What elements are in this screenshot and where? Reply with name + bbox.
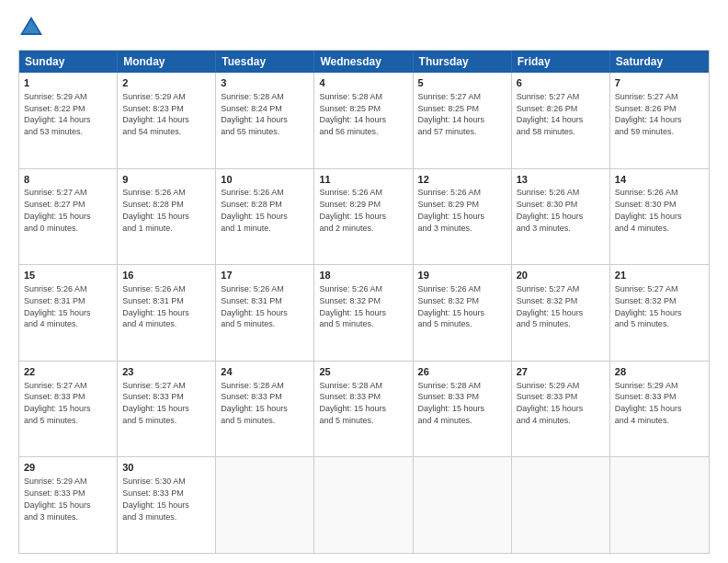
day-info: Sunrise: 5:27 AM Sunset: 8:32 PM Dayligh…: [615, 284, 682, 328]
day-number: 11: [319, 173, 407, 187]
day-info: Sunrise: 5:26 AM Sunset: 8:29 PM Dayligh…: [319, 188, 386, 232]
header: [18, 15, 710, 40]
calendar-week-2: 8Sunrise: 5:27 AM Sunset: 8:27 PM Daylig…: [19, 168, 709, 265]
day-info: Sunrise: 5:26 AM Sunset: 8:31 PM Dayligh…: [24, 284, 91, 328]
day-info: Sunrise: 5:30 AM Sunset: 8:33 PM Dayligh…: [122, 477, 189, 521]
day-number: 5: [418, 76, 506, 90]
calendar-cell: 4Sunrise: 5:28 AM Sunset: 8:25 PM Daylig…: [314, 73, 413, 168]
calendar-cell: 25Sunrise: 5:28 AM Sunset: 8:33 PM Dayli…: [314, 362, 413, 457]
calendar-cell: 23Sunrise: 5:27 AM Sunset: 8:33 PM Dayli…: [118, 362, 216, 457]
header-day-wednesday: Wednesday: [314, 51, 413, 73]
day-info: Sunrise: 5:27 AM Sunset: 8:26 PM Dayligh…: [517, 92, 584, 136]
calendar-cell: 17Sunrise: 5:26 AM Sunset: 8:31 PM Dayli…: [216, 265, 314, 361]
calendar-cell: 29Sunrise: 5:29 AM Sunset: 8:33 PM Dayli…: [19, 457, 118, 553]
day-number: 6: [517, 76, 605, 90]
calendar-cell: [216, 457, 314, 553]
calendar-cell: 21Sunrise: 5:27 AM Sunset: 8:32 PM Dayli…: [610, 265, 709, 361]
day-info: Sunrise: 5:27 AM Sunset: 8:27 PM Dayligh…: [24, 188, 91, 232]
calendar-cell: 30Sunrise: 5:30 AM Sunset: 8:33 PM Dayli…: [118, 457, 216, 553]
day-number: 18: [319, 269, 407, 282]
calendar-cell: 7Sunrise: 5:27 AM Sunset: 8:26 PM Daylig…: [610, 73, 709, 168]
calendar-cell: 9Sunrise: 5:26 AM Sunset: 8:28 PM Daylig…: [118, 169, 216, 265]
calendar-cell: 28Sunrise: 5:29 AM Sunset: 8:33 PM Dayli…: [610, 362, 709, 457]
day-number: 8: [24, 173, 112, 187]
page: SundayMondayTuesdayWednesdayThursdayFrid…: [0, 0, 728, 563]
logo: [18, 15, 48, 40]
day-info: Sunrise: 5:28 AM Sunset: 8:33 PM Dayligh…: [418, 381, 485, 425]
day-info: Sunrise: 5:26 AM Sunset: 8:28 PM Dayligh…: [122, 188, 189, 232]
day-number: 22: [24, 365, 112, 379]
day-info: Sunrise: 5:28 AM Sunset: 8:25 PM Dayligh…: [319, 92, 386, 136]
day-number: 17: [221, 269, 309, 282]
calendar-cell: 14Sunrise: 5:26 AM Sunset: 8:30 PM Dayli…: [610, 169, 709, 265]
day-info: Sunrise: 5:26 AM Sunset: 8:31 PM Dayligh…: [221, 284, 288, 328]
day-info: Sunrise: 5:27 AM Sunset: 8:32 PM Dayligh…: [517, 284, 584, 328]
calendar-cell: [414, 457, 512, 553]
day-number: 15: [24, 269, 112, 282]
calendar-cell: 18Sunrise: 5:26 AM Sunset: 8:32 PM Dayli…: [314, 265, 413, 361]
day-number: 24: [221, 365, 309, 379]
day-number: 13: [517, 173, 605, 187]
calendar-week-5: 29Sunrise: 5:29 AM Sunset: 8:33 PM Dayli…: [19, 456, 709, 553]
day-number: 28: [615, 365, 704, 379]
day-info: Sunrise: 5:28 AM Sunset: 8:33 PM Dayligh…: [221, 381, 288, 425]
day-number: 26: [418, 365, 506, 379]
header-day-friday: Friday: [512, 51, 610, 73]
calendar-week-4: 22Sunrise: 5:27 AM Sunset: 8:33 PM Dayli…: [19, 361, 709, 457]
day-number: 12: [418, 173, 506, 187]
day-info: Sunrise: 5:29 AM Sunset: 8:33 PM Dayligh…: [615, 381, 682, 425]
header-day-sunday: Sunday: [19, 51, 118, 73]
calendar-cell: 1Sunrise: 5:29 AM Sunset: 8:22 PM Daylig…: [19, 73, 118, 168]
day-info: Sunrise: 5:27 AM Sunset: 8:26 PM Dayligh…: [615, 92, 682, 136]
calendar-cell: 11Sunrise: 5:26 AM Sunset: 8:29 PM Dayli…: [314, 169, 413, 265]
day-info: Sunrise: 5:28 AM Sunset: 8:33 PM Dayligh…: [319, 381, 386, 425]
day-number: 19: [418, 269, 506, 282]
day-number: 9: [122, 173, 210, 187]
day-info: Sunrise: 5:26 AM Sunset: 8:30 PM Dayligh…: [517, 188, 584, 232]
calendar-header: SundayMondayTuesdayWednesdayThursdayFrid…: [19, 51, 709, 73]
day-number: 3: [221, 76, 309, 90]
day-number: 27: [517, 365, 605, 379]
day-info: Sunrise: 5:26 AM Sunset: 8:32 PM Dayligh…: [319, 284, 386, 328]
calendar-cell: 13Sunrise: 5:26 AM Sunset: 8:30 PM Dayli…: [512, 169, 610, 265]
calendar-cell: 10Sunrise: 5:26 AM Sunset: 8:28 PM Dayli…: [216, 169, 314, 265]
day-number: 20: [517, 269, 605, 282]
day-number: 14: [615, 173, 704, 187]
day-number: 7: [615, 76, 704, 90]
calendar-cell: [512, 457, 610, 553]
calendar-week-1: 1Sunrise: 5:29 AM Sunset: 8:22 PM Daylig…: [19, 73, 709, 168]
day-info: Sunrise: 5:29 AM Sunset: 8:22 PM Dayligh…: [24, 92, 91, 136]
day-info: Sunrise: 5:27 AM Sunset: 8:25 PM Dayligh…: [418, 92, 485, 136]
calendar-body: 1Sunrise: 5:29 AM Sunset: 8:22 PM Daylig…: [19, 73, 709, 553]
header-day-tuesday: Tuesday: [216, 51, 314, 73]
day-info: Sunrise: 5:26 AM Sunset: 8:32 PM Dayligh…: [418, 284, 485, 328]
calendar-cell: 26Sunrise: 5:28 AM Sunset: 8:33 PM Dayli…: [414, 362, 512, 457]
day-info: Sunrise: 5:26 AM Sunset: 8:28 PM Dayligh…: [221, 188, 288, 232]
day-info: Sunrise: 5:29 AM Sunset: 8:33 PM Dayligh…: [24, 477, 91, 521]
calendar-cell: 22Sunrise: 5:27 AM Sunset: 8:33 PM Dayli…: [19, 362, 118, 457]
day-number: 30: [122, 461, 210, 475]
day-info: Sunrise: 5:27 AM Sunset: 8:33 PM Dayligh…: [122, 381, 189, 425]
calendar-cell: 19Sunrise: 5:26 AM Sunset: 8:32 PM Dayli…: [414, 265, 512, 361]
calendar-cell: 3Sunrise: 5:28 AM Sunset: 8:24 PM Daylig…: [216, 73, 314, 168]
calendar-cell: 16Sunrise: 5:26 AM Sunset: 8:31 PM Dayli…: [118, 265, 216, 361]
calendar-week-3: 15Sunrise: 5:26 AM Sunset: 8:31 PM Dayli…: [19, 264, 709, 361]
day-number: 29: [24, 461, 112, 475]
header-day-saturday: Saturday: [610, 51, 709, 73]
day-info: Sunrise: 5:26 AM Sunset: 8:29 PM Dayligh…: [418, 188, 485, 232]
calendar-cell: 2Sunrise: 5:29 AM Sunset: 8:23 PM Daylig…: [118, 73, 216, 168]
day-info: Sunrise: 5:27 AM Sunset: 8:33 PM Dayligh…: [24, 381, 91, 425]
calendar-cell: 24Sunrise: 5:28 AM Sunset: 8:33 PM Dayli…: [216, 362, 314, 457]
calendar-cell: [610, 457, 709, 553]
day-number: 16: [122, 269, 210, 282]
calendar-cell: 15Sunrise: 5:26 AM Sunset: 8:31 PM Dayli…: [19, 265, 118, 361]
day-info: Sunrise: 5:29 AM Sunset: 8:23 PM Dayligh…: [122, 92, 189, 136]
header-day-monday: Monday: [118, 51, 216, 73]
calendar-cell: [314, 457, 413, 553]
calendar-cell: 27Sunrise: 5:29 AM Sunset: 8:33 PM Dayli…: [512, 362, 610, 457]
calendar-cell: 8Sunrise: 5:27 AM Sunset: 8:27 PM Daylig…: [19, 169, 118, 265]
day-number: 21: [615, 269, 704, 282]
calendar-cell: 6Sunrise: 5:27 AM Sunset: 8:26 PM Daylig…: [512, 73, 610, 168]
day-number: 10: [221, 173, 309, 187]
day-number: 25: [319, 365, 407, 379]
